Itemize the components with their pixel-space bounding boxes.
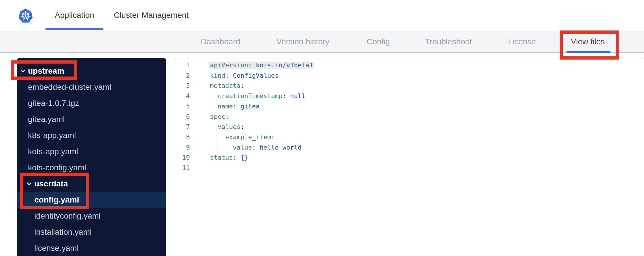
file-config-yaml[interactable]: config.yaml <box>17 192 166 208</box>
tree-item-label: userdata <box>34 179 68 188</box>
file-identityconfig-yaml[interactable]: identityconfig.yaml <box>17 208 166 224</box>
file-kots-config-yaml[interactable]: kots-config.yaml <box>17 160 166 176</box>
tree-item-label: identityconfig.yaml <box>34 211 101 221</box>
code-line-8: 8 example_item: <box>174 132 644 142</box>
line-number: 6 <box>174 112 190 122</box>
tree-item-label: gitea-1.0.7.tgz <box>28 99 79 108</box>
kots-admin-console: ApplicationCluster Management DashboardV… <box>0 0 644 256</box>
code-line-2: 2kind: ConfigValues <box>174 70 644 81</box>
line-number: 3 <box>174 81 190 91</box>
code-line-content: status: {} <box>190 152 644 163</box>
file-embedded-cluster-yaml[interactable]: embedded-cluster.yaml <box>17 79 166 95</box>
tab-view-files[interactable]: View files <box>571 31 605 52</box>
line-number: 1 <box>174 60 190 70</box>
code-line-3: 3metadata: <box>174 81 644 91</box>
tab-troubleshoot[interactable]: Troubleshoot <box>425 31 472 52</box>
header-tab-cluster-management[interactable]: Cluster Management <box>114 0 189 30</box>
tree-item-label: k8s-app.yaml <box>28 131 76 140</box>
code-line-9: 9 value: hello world <box>174 142 644 153</box>
kubernetes-logo[interactable] <box>18 7 33 24</box>
tree-item-label: kots-config.yaml <box>28 163 86 172</box>
folder-userdata[interactable]: userdata <box>17 176 166 192</box>
tab-version-history[interactable]: Version history <box>276 31 329 52</box>
file-tree-list: upstreamembedded-cluster.yamlgitea-1.0.7… <box>17 63 166 256</box>
code-line-content: spec: <box>190 112 644 122</box>
code-line-content: name: gitea <box>190 101 644 112</box>
line-number: 8 <box>174 132 190 142</box>
line-number: 10 <box>174 152 190 163</box>
file-installation-yaml[interactable]: installation.yaml <box>17 224 166 240</box>
file-tree-sidebar: upstreamembedded-cluster.yamlgitea-1.0.7… <box>17 58 166 256</box>
tree-item-label: installation.yaml <box>34 228 92 237</box>
tab-license[interactable]: License <box>508 31 536 52</box>
code-line-5: 5 name: gitea <box>174 101 644 112</box>
code-line-content: creationTimestamp: null <box>190 91 644 101</box>
code-line-content: example_item: <box>190 132 644 142</box>
file-gitea-1-0-7-tgz[interactable]: gitea-1.0.7.tgz <box>17 95 166 111</box>
code-line-4: 4 creationTimestamp: null <box>174 91 644 101</box>
line-number: 2 <box>174 70 190 81</box>
line-number: 4 <box>174 91 190 101</box>
code-line-6: 6spec: <box>174 112 644 122</box>
code-line-content: kind: ConfigValues <box>190 70 644 81</box>
code-line-10: 10status: {} <box>174 152 644 163</box>
line-number: 9 <box>174 142 190 153</box>
app-header: ApplicationCluster Management <box>0 0 644 31</box>
folder-upstream[interactable]: upstream <box>17 63 166 79</box>
tree-item-label: upstream <box>28 66 64 76</box>
code-line-content: value: hello world <box>190 142 644 153</box>
code-line-7: 7 values: <box>174 122 644 132</box>
tab-dashboard[interactable]: Dashboard <box>201 31 240 52</box>
line-number: 7 <box>174 122 190 132</box>
line-number: 5 <box>174 101 190 112</box>
tab-config[interactable]: Config <box>367 31 390 52</box>
file-viewer-panel[interactable]: 1apiVersion: kots.io/v1beta12kind: Confi… <box>174 58 644 256</box>
code-line-1: 1apiVersion: kots.io/v1beta1 <box>174 60 644 70</box>
chevron-down-icon <box>20 69 25 73</box>
header-tab-application[interactable]: Application <box>55 0 94 30</box>
tree-item-label: gitea.yaml <box>28 115 65 124</box>
code-line-content: apiVersion: kots.io/v1beta1 <box>190 60 644 70</box>
tree-item-label: config.yaml <box>34 195 79 205</box>
app-subnav: DashboardVersion historyConfigTroublesho… <box>0 31 644 53</box>
file-license-yaml[interactable]: license.yaml <box>17 240 166 256</box>
line-number: 11 <box>174 163 190 173</box>
code-line-11: 11 <box>174 163 644 173</box>
chevron-down-icon <box>26 182 32 186</box>
tree-item-label: license.yaml <box>34 244 79 253</box>
code-line-content <box>190 163 644 173</box>
tree-item-label: kots-app.yaml <box>28 147 78 156</box>
file-k8s-app-yaml[interactable]: k8s-app.yaml <box>17 127 166 144</box>
code-line-content: metadata: <box>190 81 644 91</box>
file-kots-app-yaml[interactable]: kots-app.yaml <box>17 144 166 160</box>
tree-item-label: embedded-cluster.yaml <box>28 83 111 92</box>
code-lines: 1apiVersion: kots.io/v1beta12kind: Confi… <box>174 60 644 173</box>
file-gitea-yaml[interactable]: gitea.yaml <box>17 111 166 127</box>
code-line-content: values: <box>190 122 644 132</box>
